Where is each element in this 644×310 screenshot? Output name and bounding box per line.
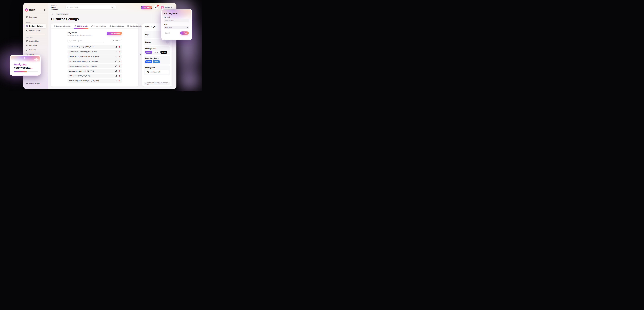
sidebar-item-business-settings[interactable]: Business Settings: [25, 24, 46, 28]
plus-icon: [108, 33, 110, 34]
welcome-label: Welcome,: [51, 5, 64, 6]
sidebar-collapse-icon[interactable]: [44, 9, 46, 11]
add-keyword-button[interactable]: Add Keyword: [107, 32, 122, 35]
seo-loupe-icon: [74, 25, 76, 27]
chevron-down-icon: [119, 40, 120, 41]
sparkle-icon: [30, 64, 32, 65]
bell-icon: [155, 6, 157, 9]
pencil-icon: [115, 56, 117, 57]
progress-fill: [14, 72, 27, 72]
cancel-button[interactable]: Cancel: [165, 32, 170, 34]
keyword-input[interactable]: [166, 20, 188, 21]
edit-keyword-button[interactable]: [115, 75, 117, 77]
color-chip[interactable]: #000000: [160, 51, 167, 54]
analyzing-line2: your website...: [14, 66, 32, 69]
color-chip[interactable]: #864ED6: [145, 51, 152, 54]
uplift-logo-icon: [25, 8, 28, 12]
progress-bar: [14, 72, 38, 72]
edit-keyword-button[interactable]: [115, 51, 117, 53]
filter-button[interactable]: Filter: [111, 39, 122, 43]
tab-business-information[interactable]: Business Information: [54, 24, 71, 29]
calendar-icon: [26, 40, 28, 42]
sidebar-item-all-content[interactable]: All Content: [25, 44, 46, 48]
type-select[interactable]: Must Have: [164, 26, 189, 29]
breadcrumb-current[interactable]: Business Settings: [56, 13, 69, 15]
notification-count-badge: 2: [157, 5, 159, 7]
pencil-icon: [115, 46, 117, 48]
plus-icon: [182, 32, 184, 34]
page-title: Business Settings: [51, 17, 174, 21]
welcome-username: kibako moondyal: [51, 6, 64, 10]
delete-keyword-button[interactable]: [118, 65, 120, 67]
delete-keyword-button[interactable]: [118, 80, 120, 82]
keyword-row: wireframing and copywriting (MUST_HAVE): [68, 50, 122, 54]
delete-keyword-button[interactable]: [118, 51, 120, 53]
search-icon: [69, 40, 70, 42]
chevron-down-icon: [187, 27, 188, 28]
delete-keyword-button[interactable]: [118, 56, 120, 57]
ellipsis: ...: [30, 66, 32, 69]
sidebar-item-dashboard[interactable]: Dashboard: [25, 15, 46, 19]
tab-seo-keywords[interactable]: SEO Keywords: [74, 24, 88, 29]
sidebar-item-publish-console[interactable]: Publish Console: [25, 29, 46, 33]
tab-ranking-analysis[interactable]: Ranking & Analysis: [127, 24, 144, 29]
notifications-button[interactable]: 2: [154, 5, 158, 10]
grid-icon: [110, 25, 111, 27]
background-glow: [172, 67, 202, 91]
delete-keyword-button[interactable]: [118, 46, 120, 48]
pro-plan-button[interactable]: Pro Plan: [141, 6, 152, 9]
breadcrumb: Business Settings: [51, 13, 174, 15]
sparkle-icon: [23, 57, 26, 59]
edit-keyword-button[interactable]: [115, 80, 117, 82]
keyword-field-label: Keyword: [164, 16, 189, 18]
search-icon: [67, 7, 69, 8]
edit-keyword-button[interactable]: [115, 65, 117, 67]
type-field-label: Type: [164, 24, 189, 25]
tab-content-settings[interactable]: Content Settings: [110, 24, 124, 29]
sidebar-item-backlinks[interactable]: Backlinks: [25, 48, 46, 52]
sidebar-nav: Dashboard SETUP Business Settings Publis…: [25, 15, 46, 57]
add-keyword-modal: Add Keyword Keyword Type Must Have Cance…: [162, 9, 192, 40]
global-search[interactable]: Search Here... ⌘ K: [66, 5, 116, 10]
edit-keyword-button[interactable]: [115, 61, 117, 62]
sparkle-icon: [34, 57, 39, 62]
color-chip[interactable]: #245DF8: [145, 60, 152, 63]
edit-keyword-button[interactable]: [115, 46, 117, 48]
analyzing-card: Analyzing your website...: [10, 55, 41, 76]
delete-keyword-button[interactable]: [118, 61, 120, 62]
chevron-right-icon: [140, 54, 141, 55]
trash-icon: [118, 46, 120, 48]
keyword-search-input[interactable]: Search Keyword...: [68, 39, 104, 43]
search-placeholder: Search Here...: [70, 7, 110, 8]
sidebar-item-help-support[interactable]: Help & Support: [25, 81, 46, 85]
trash-icon: [118, 65, 120, 67]
header: Welcome, kibako moondyal Search Here... …: [48, 3, 176, 12]
delete-keyword-button[interactable]: [118, 70, 120, 72]
pencil-icon: [115, 75, 117, 77]
color-chip[interactable]: #3785DA: [153, 60, 160, 63]
analyzing-line1: Analyzing: [14, 63, 26, 66]
trash-icon: [118, 56, 120, 57]
keyword-list: mobile & desktop design (MUST_HAVE) wire…: [68, 45, 122, 83]
breadcrumb-home-icon[interactable]: [51, 13, 53, 15]
panel-collapse-button[interactable]: [139, 53, 142, 56]
sparkle-icon: [142, 7, 144, 8]
color-chip[interactable]: #FFFFFF: [153, 51, 160, 54]
app-window: Uplift Dashboard SETUP Business Settings…: [23, 3, 176, 89]
font-sample: Aa: [146, 71, 150, 73]
modal-title: Add Keyword: [164, 12, 189, 15]
tab-competitive-edge[interactable]: Competitive Edge: [91, 24, 106, 29]
person-icon: [161, 7, 164, 9]
sidebar-item-content-plan[interactable]: Content Plan: [25, 39, 46, 43]
edit-keyword-button[interactable]: [115, 56, 117, 57]
primary-colors-card: Primary Colors #864ED6 #FFFFFF #000000: [144, 47, 170, 55]
sidebar-section-setup: SETUP: [26, 22, 45, 23]
add-button[interactable]: Add: [180, 32, 189, 35]
brand-analysis-title: Brand Analysis: [144, 26, 156, 28]
edit-keyword-button[interactable]: [115, 70, 117, 72]
logo: Uplift: [25, 9, 46, 11]
primary-font-card: Primary Font Aa Arial, sans-serif: [144, 66, 170, 76]
settings-card: Business Information SEO Keywords Compet…: [51, 24, 138, 87]
keyword-row: ROI improved (NICE_TO_HAVE): [68, 74, 122, 78]
delete-keyword-button[interactable]: [118, 75, 120, 77]
